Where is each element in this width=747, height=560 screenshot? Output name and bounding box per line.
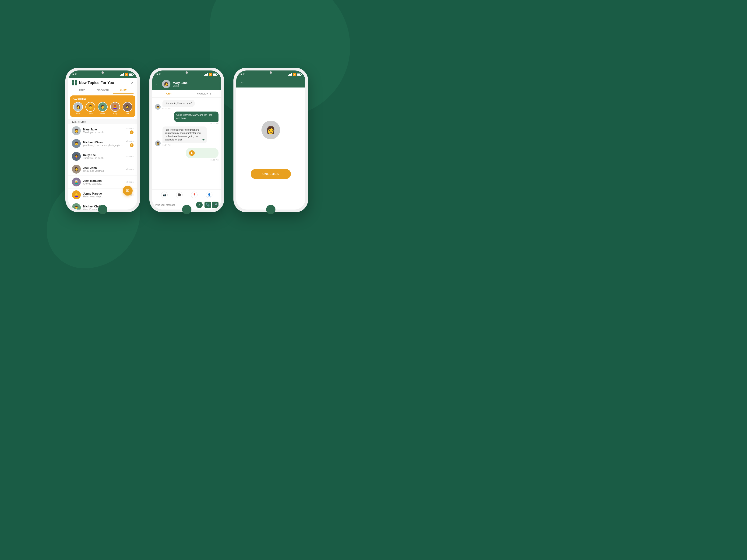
chat-tab-highlights[interactable]: HIGHLIGHTS xyxy=(187,90,221,97)
tab-discover[interactable]: DISCOVER xyxy=(93,87,113,94)
chat-info-michael-jones: Michael JOnes you Know, I need some phot… xyxy=(83,141,124,146)
chat-header: ← 👩 Mary Jane Online xyxy=(152,78,221,90)
mic-button[interactable]: 🎤 xyxy=(212,202,218,208)
video-icon[interactable]: 🎥 xyxy=(176,192,183,198)
chat-badge-michael-jones: 1 xyxy=(130,143,133,147)
fav-avatar-alice: 👩 xyxy=(73,102,83,112)
blocked-avatar: 👩 xyxy=(261,121,280,139)
phone-3-time: 9:41 xyxy=(240,73,246,76)
msg-time-3: 01:24 PM xyxy=(162,144,207,146)
fav-name-alice: Alice xyxy=(76,112,80,114)
chat-name-kelly-kac: Kelly Kac xyxy=(83,154,124,157)
compose-button[interactable]: ✉ xyxy=(123,186,133,195)
chat-info-mary-jane: Mary Jane Thank you so much! xyxy=(83,128,124,134)
blocked-avatar-wrap: 👩 xyxy=(259,118,282,142)
fav-layton[interactable]: 👨 Layton xyxy=(85,102,95,114)
phone-3-notch xyxy=(269,72,272,74)
back-button-3[interactable]: ← xyxy=(240,80,244,85)
battery-icon-2 xyxy=(213,74,217,76)
chat-avatar-michael-chris: 👨‍🦱 xyxy=(72,203,81,210)
signal-icon-2 xyxy=(204,73,208,76)
chat-name-mary-jane: Mary Jane xyxy=(83,128,124,131)
favorites-label: FAVORITES xyxy=(73,98,133,100)
fav-martin[interactable]: 🧑 Martin xyxy=(98,102,108,114)
chat-avatar-mary-jane: 👩 xyxy=(72,126,81,135)
page-title: New Topics For You xyxy=(79,81,114,85)
all-chats-label: ALL CHATS xyxy=(68,119,137,124)
chat-item-jack-john[interactable]: 🧔 Jack John OKay, See you than 45 mins xyxy=(68,163,137,176)
msg-bubble-2: Good Morning, Mary Jane I'm Fine and You… xyxy=(174,111,218,122)
chat-tab-chat[interactable]: CHAT xyxy=(152,90,187,97)
play-button[interactable] xyxy=(189,150,195,156)
phone-3-header: ← xyxy=(236,78,305,87)
chat-meta-michael-jones: 45 mins 1 xyxy=(126,140,133,147)
msg-time-voice: 01:30 PM xyxy=(186,159,218,161)
chat-name-jack-markson: Jack Markson xyxy=(83,179,124,183)
chat-list: 👩 Mary Jane Thank you so much! 23 mins 1… xyxy=(68,124,137,210)
chat-name-jenny-marcue: Jenny Marcue xyxy=(83,192,124,195)
msg-bubble-1: Hey Martin, How are you ? xyxy=(162,100,195,107)
msg-avatar-1: 👩 xyxy=(155,104,161,110)
messages-area: 👩 Hey Martin, How are you ? 01:22 PM Goo… xyxy=(152,98,221,189)
msg-content-voice: 01:30 PM xyxy=(186,148,218,161)
chat-meta-mary-jane: 23 mins 1 xyxy=(126,127,133,134)
chat-meta-kelly-kac: 23 mins xyxy=(126,155,133,158)
chat-avatar-michael-jones: 👨 xyxy=(72,139,81,148)
grid-icon[interactable] xyxy=(72,80,77,85)
back-button[interactable]: ← xyxy=(155,82,160,86)
chat-item-kelly-kac[interactable]: 👩‍🦱 Kelly Kac Thank you so much! 23 mins xyxy=(68,150,137,163)
fav-jake[interactable]: 🧔 Jake xyxy=(123,102,132,114)
phone-1-header: New Topics For You ⌕ FEED DISCOVER CHAT xyxy=(68,78,137,94)
blocked-user-name: Alex Martin xyxy=(261,145,281,150)
tab-feed[interactable]: FEED xyxy=(72,87,93,94)
msg-content-3: I am Professional Photographers. You nee… xyxy=(162,127,207,146)
msg-row-1: 👩 Hey Martin, How are you ? 01:22 PM xyxy=(155,100,218,110)
chat-header-info: Mary Jane Online xyxy=(173,81,218,87)
camera-icon[interactable]: 📷 xyxy=(161,192,168,198)
fav-avatar-jake: 🧔 xyxy=(123,102,132,112)
wifi-icon-2: 📶 xyxy=(209,73,212,76)
chat-header-status: Online xyxy=(173,85,218,87)
tab-row: FEED DISCOVER CHAT xyxy=(72,87,133,94)
chat-preview-mary-jane: Thank you so much! xyxy=(83,131,124,134)
unblock-button[interactable]: UNBLOCK xyxy=(251,169,291,179)
search-icon[interactable]: ⌕ xyxy=(131,81,133,85)
voice-bubble[interactable] xyxy=(186,148,218,158)
fav-name-martin: Martin xyxy=(100,112,105,114)
chat-header-name: Mary Jane xyxy=(173,81,218,85)
chat-actions-row: 📷 🎥 📍 👤 xyxy=(152,189,221,200)
msg-content-1: Hey Martin, How are you ? 01:22 PM xyxy=(162,100,195,110)
fav-alice[interactable]: 👩 Alice xyxy=(73,102,83,114)
fav-name-jake: Jake xyxy=(125,112,129,114)
chat-info-jenny-marcue: Jenny Marcue Hello, Need Help... xyxy=(83,192,124,198)
chat-avatar-jack-john: 🧔 xyxy=(72,165,81,174)
chat-preview-jack-john: OKay, See you than xyxy=(83,170,124,172)
tab-chat[interactable]: CHAT xyxy=(113,87,133,94)
chat-info-jack-john: Jack John OKay, See you than xyxy=(83,166,124,172)
location-icon[interactable]: 📍 xyxy=(191,192,198,198)
chat-item-michael-jones[interactable]: 👨 Michael JOnes you Know, I need some ph… xyxy=(68,137,137,150)
chat-preview-jack-markson: Are you available? xyxy=(83,183,124,185)
battery-icon-3 xyxy=(297,74,301,76)
signal-icon-3 xyxy=(288,73,292,76)
attach-button[interactable]: 📎 xyxy=(205,202,211,208)
signal-icon xyxy=(120,73,124,76)
phone-2-home[interactable] xyxy=(182,205,191,214)
blocked-content: 👩 Alex Martin This user is Blocked UNBLO… xyxy=(236,87,305,210)
chat-avatar-jack-markson: 👨‍🦳 xyxy=(72,178,81,186)
chat-preview-michael-jones: you Know, I need some photographer like … xyxy=(83,144,124,146)
wifi-icon-3: 📶 xyxy=(293,73,296,76)
fav-stacy[interactable]: 👩‍🦰 Stacy xyxy=(110,102,120,114)
contact-icon[interactable]: 👤 xyxy=(206,192,212,198)
phone-1-title-area: New Topics For You xyxy=(72,80,114,85)
phone-1-home[interactable] xyxy=(98,205,107,214)
chat-item-mary-jane[interactable]: 👩 Mary Jane Thank you so much! 23 mins 1 xyxy=(68,124,137,137)
chat-avatar-kelly-kac: 👩‍🦱 xyxy=(72,152,81,161)
msg-row-voice: 01:30 PM xyxy=(155,148,218,161)
msg-avatar-3: 👩 xyxy=(155,140,161,146)
phone-3-home[interactable] xyxy=(266,205,276,214)
msg-content-2: Good Morning, Mary Jane I'm Fine and You… xyxy=(174,111,218,125)
send-button[interactable]: ➤ xyxy=(196,202,203,208)
chat-name-michael-chris: Michael Chris xyxy=(83,205,131,208)
chat-header-avatar: 👩 xyxy=(162,80,171,88)
